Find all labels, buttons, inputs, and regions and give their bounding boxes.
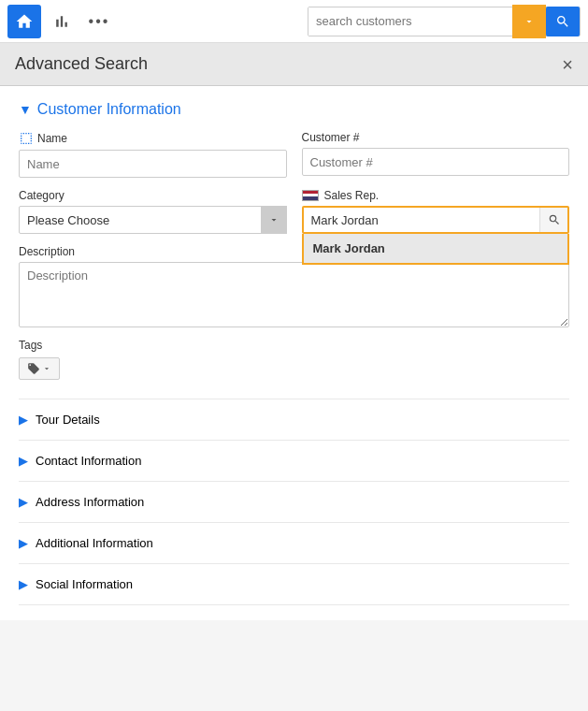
- name-customernum-row: Name Customer #: [19, 131, 569, 178]
- sales-rep-field-col: Sales Rep. Mark Jordan: [302, 189, 570, 234]
- tour-details-section[interactable]: ▶ Tour Details: [19, 399, 569, 440]
- chevron-down-small-icon: [42, 364, 51, 373]
- tags-row: Tags: [19, 339, 569, 380]
- name-field-col: Name: [19, 131, 287, 178]
- search-wrapper: [308, 7, 581, 36]
- more-nav-button[interactable]: •••: [82, 5, 116, 38]
- additional-info-title: Additional Information: [36, 536, 153, 550]
- chevron-right-icon: ▶: [19, 413, 28, 427]
- customer-num-label: Customer #: [302, 131, 570, 144]
- sales-rep-option[interactable]: Mark Jordan: [304, 234, 568, 263]
- search-icon: [555, 14, 570, 29]
- close-button[interactable]: ×: [562, 55, 573, 74]
- search-dropdown-button[interactable]: [514, 7, 544, 36]
- category-field-col: Category Please Choose: [19, 189, 287, 234]
- sales-rep-wrapper: Mark Jordan: [302, 206, 570, 234]
- customer-info-title: Customer Information: [37, 101, 181, 118]
- category-select-wrapper: Please Choose: [19, 206, 287, 234]
- customer-num-field-col: Customer #: [302, 131, 570, 178]
- home-nav-button[interactable]: [7, 5, 41, 38]
- address-information-section[interactable]: ▶ Address Information: [19, 481, 569, 522]
- social-information-section[interactable]: ▶ Social Information: [19, 563, 569, 605]
- search-icon: [548, 213, 561, 226]
- panel-content: ▼ Customer Information Name: [0, 86, 588, 620]
- more-icon: •••: [89, 13, 110, 30]
- advanced-search-panel: Advanced Search × ▼ Customer Information: [0, 43, 588, 620]
- description-textarea[interactable]: [19, 262, 569, 327]
- sales-rep-label: Sales Rep.: [302, 189, 570, 202]
- category-label: Category: [19, 189, 287, 202]
- name-input[interactable]: [19, 150, 287, 178]
- chart-icon: [52, 12, 71, 31]
- chevron-down-icon: [523, 16, 535, 27]
- name-field-icon: [19, 131, 34, 146]
- customer-info-section-header[interactable]: ▼ Customer Information: [19, 101, 569, 118]
- sales-rep-input-row: [302, 206, 570, 234]
- sales-rep-dropdown: Mark Jordan: [302, 234, 570, 265]
- chart-nav-button[interactable]: [45, 5, 79, 38]
- tags-label: Tags: [19, 339, 569, 352]
- tour-details-title: Tour Details: [36, 413, 100, 427]
- top-nav: •••: [0, 0, 588, 43]
- name-label: Name: [19, 131, 287, 146]
- flag-icon: [302, 190, 319, 201]
- address-info-title: Address Information: [36, 495, 144, 509]
- sales-rep-input[interactable]: [304, 208, 540, 232]
- tag-icon: [27, 362, 40, 375]
- sales-rep-search-button[interactable]: [539, 208, 567, 232]
- chevron-right-icon: ▶: [19, 454, 28, 468]
- chevron-right-icon: ▶: [19, 536, 28, 550]
- search-input[interactable]: [308, 7, 514, 36]
- social-info-title: Social Information: [36, 577, 133, 591]
- chevron-right-icon: ▶: [19, 577, 28, 591]
- search-button[interactable]: [546, 7, 580, 36]
- panel-title: Advanced Search: [15, 54, 148, 74]
- collapsed-sections: ▶ Tour Details ▶ Contact Information ▶ A…: [19, 399, 569, 605]
- customer-information-section: ▼ Customer Information Name: [19, 101, 569, 380]
- category-select[interactable]: Please Choose: [19, 206, 287, 234]
- contact-information-section[interactable]: ▶ Contact Information: [19, 440, 569, 481]
- category-salesrep-row: Category Please Choose: [19, 189, 569, 234]
- customer-num-input[interactable]: [302, 148, 570, 176]
- additional-information-section[interactable]: ▶ Additional Information: [19, 522, 569, 563]
- contact-info-title: Contact Information: [36, 454, 141, 468]
- chevron-down-icon: ▼: [19, 102, 32, 117]
- panel-header: Advanced Search ×: [0, 43, 588, 86]
- tags-button[interactable]: [19, 357, 60, 380]
- chevron-right-icon: ▶: [19, 495, 28, 509]
- home-icon: [15, 12, 34, 31]
